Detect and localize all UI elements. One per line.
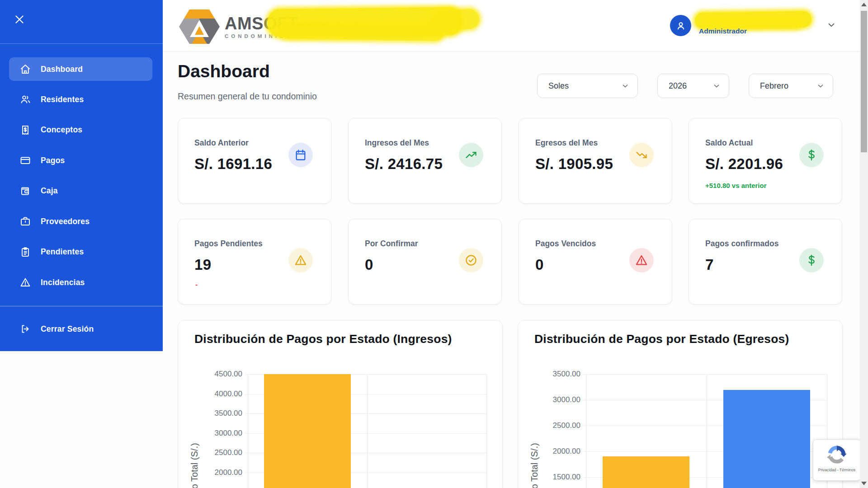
home-icon [20, 64, 31, 75]
stat-value: S/. 2416.75 [365, 155, 443, 173]
redacted-condominium-name [434, 9, 480, 32]
page-title: Dashboard [178, 61, 270, 81]
chart-title: Distribución de Pagos por Estado (Ingres… [194, 332, 452, 346]
stat-value: 19 [194, 256, 211, 273]
y-tick-label: 2000.00 [178, 468, 242, 477]
sidebar-item-pagos[interactable]: Pagos [9, 149, 152, 172]
stat-value: 7 [705, 256, 714, 273]
stat-label: Saldo Anterior [194, 138, 249, 148]
sidebar-item-label: Incidencias [41, 278, 85, 287]
grid-hline [583, 374, 827, 375]
y-tick-label: 3000.00 [178, 429, 242, 438]
wallet-icon [20, 186, 31, 197]
stat-value: S/. 1691.16 [194, 155, 272, 173]
stat-delta: +510.80 vs anterior [705, 182, 767, 189]
stat-value: S/. 1905.95 [535, 155, 613, 173]
chevron-down-icon [712, 82, 721, 90]
grid-vline [586, 374, 586, 488]
bar [264, 374, 351, 488]
currency-select[interactable]: Soles [537, 74, 638, 98]
stat-card-saldo-actual: Saldo Actual S/. 2201.96 +510.80 vs ante… [689, 118, 842, 204]
recaptcha-badge[interactable]: Privacidad - Términos [813, 439, 861, 481]
page-subtitle: Resumen general de tu condominio [178, 91, 317, 102]
recaptcha-icon [826, 443, 848, 466]
app-root: { "sidebar": { "bg_color": "#1A56DB", "a… [0, 0, 868, 488]
y-tick-label: 3500.00 [178, 409, 242, 418]
stat-card-egresos-mes: Egresos del Mes S/. 1905.95 [519, 118, 672, 204]
month-select-value: Febrero [760, 81, 788, 91]
alert-triangle-icon [288, 248, 313, 272]
y-axis-label: Monto Total (S/.) [529, 408, 540, 488]
y-tick-label: 2000.00 [518, 447, 580, 456]
sidebar-item-label: Pendientes [41, 247, 84, 257]
scrollbar-thumb[interactable] [861, 11, 867, 152]
stat-card-ingresos-mes: Ingresos del Mes S/. 2416.75 [348, 118, 502, 204]
user-role: Administrador [699, 27, 747, 35]
month-select[interactable]: Febrero [749, 74, 833, 98]
year-select[interactable]: 2026 [657, 74, 729, 98]
currency-select-value: Soles [548, 81, 569, 91]
stat-card-saldo-anterior: Saldo Anterior S/. 1691.16 [178, 118, 331, 204]
bar [723, 390, 810, 488]
stat-label: Pagos confirmados [705, 239, 778, 249]
y-tick-label: 2500.00 [178, 448, 242, 457]
trending-down-icon [629, 143, 654, 167]
stat-card-por-confirmar: Por Confirmar 0 [348, 219, 502, 305]
credit-card-icon [20, 155, 31, 166]
chevron-down-icon [816, 82, 825, 90]
logout-button[interactable]: Cerrar Sesión [9, 317, 152, 341]
chart-card-ingresos: 4500.004000.003500.003000.002500.002000.… [178, 320, 503, 488]
dollar-sign-icon [799, 248, 824, 272]
receipt-dollar-icon [20, 125, 31, 136]
close-sidebar-button[interactable] [14, 13, 27, 26]
redacted-condominium-name [280, 23, 443, 41]
users-icon [20, 94, 31, 105]
grid-vline [707, 374, 707, 488]
sidebar-item-label: Residentes [41, 95, 84, 104]
sidebar-item-label: Caja [41, 186, 58, 196]
sidebar-item-caja[interactable]: Caja [9, 179, 152, 203]
alert-triangle-icon [629, 248, 654, 272]
calendar-icon [288, 143, 313, 167]
sidebar: Dashboard Residentes Conceptos Pagos Caj… [0, 0, 163, 351]
year-select-value: 2026 [669, 81, 687, 91]
clipboard-icon [20, 247, 31, 258]
y-tick-label: 2500.00 [518, 421, 580, 430]
sidebar-item-incidencias[interactable]: Incidencias [9, 271, 152, 294]
sidebar-item-residentes[interactable]: Residentes [9, 88, 152, 111]
sidebar-item-pendientes[interactable]: Pendientes [9, 240, 152, 264]
sidebar-item-dashboard[interactable]: Dashboard [9, 57, 152, 81]
sidebar-divider [0, 306, 163, 306]
sidebar-item-conceptos[interactable]: Conceptos [9, 118, 152, 142]
logout-label: Cerrar Sesión [41, 324, 94, 334]
stat-label: Saldo Actual [705, 138, 753, 148]
y-tick-label: 3000.00 [518, 395, 580, 404]
y-tick-label: 3500.00 [518, 370, 580, 379]
stat-label: Pagos Vencidos [535, 239, 596, 249]
grid-vline [367, 374, 368, 488]
scrollbar[interactable] [860, 0, 868, 488]
stat-card-pagos-vencidos: Pagos Vencidos 0 [519, 219, 672, 305]
briefcase-icon [20, 216, 31, 227]
sidebar-item-label: Conceptos [41, 125, 82, 135]
stat-label: Egresos del Mes [535, 138, 598, 148]
dollar-sign-icon [799, 143, 824, 167]
bar [603, 456, 689, 488]
scroll-down-arrow-icon[interactable] [861, 482, 867, 485]
chevron-down-icon [621, 82, 629, 90]
chevron-down-icon[interactable] [826, 20, 836, 30]
stat-label: Pagos Pendientes [194, 239, 263, 249]
stat-card-pagos-pendientes: Pagos Pendientes 19 - [178, 219, 331, 305]
y-axis-label: Monto Total (S/.) [189, 408, 200, 488]
stat-value: 0 [365, 256, 373, 273]
user-icon [675, 20, 687, 32]
sidebar-item-label: Proveedores [41, 217, 90, 226]
recaptcha-privacy-terms: Privacidad - Términos [813, 468, 860, 472]
user-avatar[interactable] [670, 15, 691, 36]
y-tick-label: 4500.00 [178, 370, 242, 379]
stat-label: Ingresos del Mes [365, 138, 429, 148]
scroll-up-arrow-icon[interactable] [861, 3, 867, 6]
sidebar-item-proveedores[interactable]: Proveedores [9, 210, 152, 233]
logout-icon [20, 324, 31, 334]
stat-label: Por Confirmar [365, 239, 418, 249]
